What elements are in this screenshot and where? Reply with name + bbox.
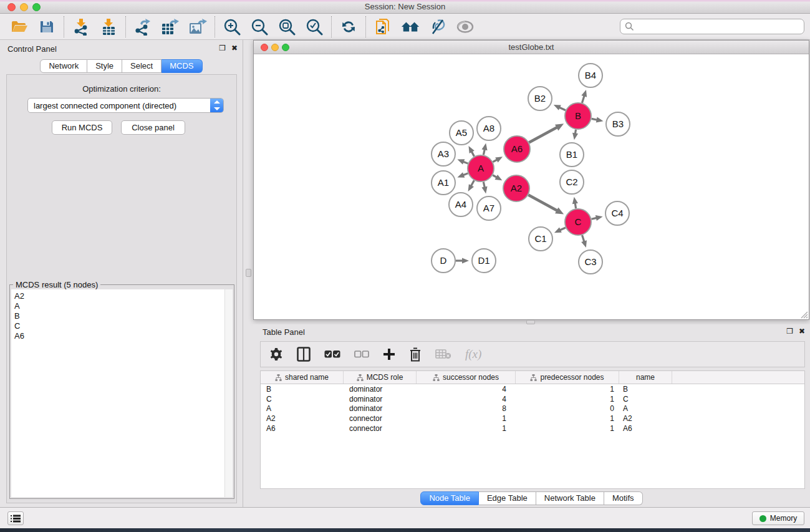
delete-column-trash-icon[interactable] [409, 345, 422, 364]
float-panel-icon[interactable]: ❒ [219, 44, 226, 52]
result-item[interactable]: A2 [11, 291, 233, 301]
table-row[interactable]: A2connector11A2 [261, 414, 804, 423]
tab-network[interactable]: Network [40, 59, 87, 73]
edge-arrowhead-icon [482, 186, 488, 194]
table-close-panel-icon[interactable]: ✖ [799, 327, 805, 336]
table-row[interactable]: Adominator80A [261, 404, 804, 414]
network-graph[interactable]: B4B2BB3A8A5A6A3B1AA1C2A2A4A7C4CC1DD1C3 [254, 54, 809, 320]
column-manager-icon[interactable] [297, 345, 311, 364]
tab-style[interactable]: Style [87, 59, 122, 73]
show-hide-graphics-details-icon[interactable] [456, 17, 475, 36]
optimization-criterion-select[interactable]: largest connected component (directed) [27, 98, 224, 113]
table-panel: Table Panel ❒ ✖ f(x [253, 324, 810, 507]
zoom-in-icon[interactable] [223, 17, 241, 36]
status-bar: Memory [0, 507, 810, 528]
tab-edge-table[interactable]: Edge Table [479, 491, 536, 505]
result-item[interactable]: C [11, 321, 233, 331]
search-field[interactable] [620, 19, 804, 34]
tab-select[interactable]: Select [122, 59, 162, 73]
result-item[interactable]: A [11, 301, 233, 311]
show-hide-annotations-icon[interactable] [428, 17, 447, 36]
refresh-layout-icon[interactable] [339, 17, 358, 36]
network-edge[interactable] [463, 173, 468, 175]
zoom-out-icon[interactable] [250, 17, 269, 36]
tab-node-table[interactable]: Node Table [420, 491, 479, 505]
column-header-name[interactable]: name [619, 371, 672, 384]
open-session-icon[interactable] [10, 17, 29, 36]
network-edge[interactable] [493, 160, 497, 162]
result-item[interactable]: B [11, 311, 233, 321]
network-edge[interactable] [483, 149, 485, 155]
network-edge[interactable] [463, 162, 468, 163]
horizontal-splitter-handle[interactable] [526, 320, 535, 324]
table-row[interactable]: A6connector11A6 [261, 423, 804, 433]
export-table-icon[interactable] [161, 17, 180, 36]
export-image-icon[interactable] [188, 17, 207, 36]
table-settings-gear-icon[interactable] [269, 345, 283, 364]
table-cell: dominator [344, 404, 417, 413]
save-session-icon[interactable] [37, 17, 56, 36]
vertical-splitter-handle[interactable] [246, 269, 251, 277]
import-network-icon[interactable] [72, 17, 90, 36]
network-edge[interactable] [592, 118, 597, 120]
column-header-predecessor-nodes[interactable]: predecessor nodes [516, 371, 619, 384]
import-table-icon[interactable] [99, 17, 118, 36]
table-cell: 4 [417, 395, 516, 404]
new-network-icon[interactable] [374, 17, 392, 36]
table-cell: B [261, 385, 344, 394]
network-edge[interactable] [529, 127, 557, 142]
memory-button[interactable]: Memory [752, 511, 804, 525]
resize-grip-icon[interactable] [799, 310, 808, 319]
table-row[interactable]: Bdominator41B [261, 384, 804, 394]
close-panel-button[interactable]: Close panel [121, 120, 185, 135]
run-mcds-button[interactable]: Run MCDS [52, 120, 112, 135]
cybrowser-home-icon[interactable] [401, 17, 420, 36]
zoom-fit-icon[interactable] [277, 17, 296, 36]
network-edge[interactable] [560, 228, 566, 230]
table-float-panel-icon[interactable]: ❒ [786, 327, 793, 336]
edge-arrowhead-icon [457, 159, 465, 165]
zoom-selected-icon[interactable] [305, 17, 324, 36]
table-cell: dominator [344, 395, 417, 404]
tab-mcds[interactable]: MCDS [162, 59, 202, 73]
column-header-MCDS-role[interactable]: MCDS role [344, 371, 417, 384]
result-item[interactable]: A6 [11, 331, 233, 341]
network-edge[interactable] [575, 203, 576, 209]
network-edge[interactable] [582, 235, 584, 242]
node-label: B [575, 110, 581, 121]
close-panel-icon[interactable]: ✖ [231, 44, 238, 52]
tab-network-table[interactable]: Network Table [536, 491, 604, 505]
delete-table-icon[interactable] [435, 345, 451, 364]
mcds-result-list: A2ABCA6 [11, 289, 233, 497]
network-edge[interactable] [483, 182, 485, 188]
network-edge[interactable] [471, 180, 474, 186]
column-header-successor-nodes[interactable]: successor nodes [417, 371, 516, 384]
node-label: A [478, 163, 484, 173]
node-label: C [575, 216, 582, 227]
result-scrollbar[interactable] [224, 289, 233, 497]
network-edge[interactable] [493, 175, 496, 178]
deselect-all-columns-icon[interactable] [354, 345, 369, 364]
column-header-shared-name[interactable]: shared name [261, 371, 344, 384]
table-cell: A [619, 404, 672, 413]
table-row[interactable]: Cdominator41C [261, 394, 804, 404]
search-input[interactable] [634, 21, 804, 33]
network-edge[interactable] [591, 218, 596, 219]
mcds-result-title: MCDS result (5 nodes) [13, 280, 100, 289]
network-canvas[interactable]: B4B2BB3A8A5A6A3B1AA1C2A2A4A7C4CC1DD1C3 [254, 54, 809, 319]
add-column-icon[interactable] [383, 345, 395, 364]
tab-motifs[interactable]: Motifs [604, 491, 643, 505]
apply-function-icon[interactable]: f(x) [465, 345, 481, 364]
network-edge[interactable] [575, 130, 576, 134]
network-view-window: testGlobe.txt B4B2BB3A8A5A6A3B1AA1C2A2A4… [253, 40, 809, 320]
network-edge[interactable] [559, 107, 566, 110]
network-edge[interactable] [471, 152, 474, 157]
edge-arrowhead-icon [462, 258, 469, 263]
network-edge[interactable] [582, 95, 584, 102]
session-title: Session: New Session [0, 2, 810, 11]
export-network-icon[interactable] [133, 17, 152, 36]
edge-arrowhead-icon [572, 197, 578, 205]
select-all-columns-icon[interactable] [324, 345, 340, 364]
network-edge[interactable] [528, 195, 557, 211]
task-history-button[interactable] [7, 511, 24, 525]
